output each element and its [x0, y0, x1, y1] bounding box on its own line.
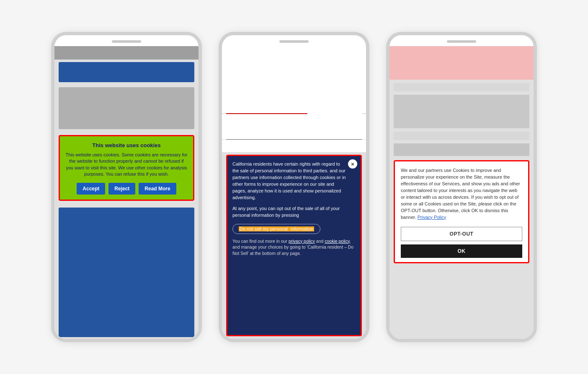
do-not-sell-button[interactable]: Do not sell my personal information — [232, 224, 320, 234]
phone-screen-2: × California residents have certain righ… — [222, 46, 366, 339]
p2-white-small — [222, 140, 366, 152]
phone-speaker-2 — [279, 40, 309, 43]
cookie-banner-green: This website uses cookies This website u… — [59, 135, 194, 201]
phone-speaker-1 — [112, 40, 141, 43]
phone-screen-3: We and our partners use Cookies to impro… — [389, 46, 534, 339]
accept-button[interactable]: Accept — [77, 183, 105, 195]
body-text-1: California residents have certain rights… — [232, 161, 340, 173]
footer-text-1: You can find out more in our — [232, 239, 289, 244]
p3-pink-block — [389, 46, 534, 80]
ok-button[interactable]: OK — [401, 244, 522, 258]
privacy-policy-link[interactable]: privacy policy — [289, 239, 315, 244]
p1-gray-top — [54, 46, 199, 60]
p3-gray4 — [394, 143, 529, 156]
cookie-banner-green-body: This website uses cookies. Some cookies … — [65, 152, 188, 178]
privacy-policy-link-3[interactable]: Privacy Policy — [418, 215, 446, 220]
p2-white-mid — [222, 114, 366, 139]
p3-gray2 — [394, 95, 529, 128]
body-text-3: At any point, you can opt out of the sal… — [232, 205, 356, 219]
phone-screen-1: This website uses cookies This website u… — [54, 46, 199, 339]
p2-white-top — [222, 46, 366, 113]
cookie-policy-link[interactable]: cookie policy — [325, 239, 349, 244]
and-text: and — [315, 239, 325, 244]
p1-gray-mid — [59, 87, 194, 129]
read-more-button[interactable]: Read More — [139, 183, 176, 195]
close-button[interactable]: × — [348, 159, 357, 169]
cookie-banner-green-title: This website uses cookies — [65, 142, 188, 148]
phone-2: × California residents have certain righ… — [219, 32, 369, 342]
cookie-banner-white: We and our partners use Cookies to impro… — [394, 160, 529, 263]
cookie-dark-body1: California residents have certain rights… — [232, 161, 356, 201]
p1-blue-bottom — [59, 208, 194, 337]
cookie-dark-footer: You can find out more in our privacy pol… — [232, 238, 356, 257]
opt-out-button[interactable]: OPT-OUT — [401, 227, 522, 241]
p3-gray1 — [394, 83, 529, 91]
cookie-banner-dark: × California residents have certain righ… — [226, 155, 362, 336]
opt-out-text-1: Do not sell my personal — [239, 226, 290, 231]
opt-out-highlighted: information — [290, 226, 314, 231]
p3-gray3 — [394, 132, 529, 140]
phone-1: This website uses cookies This website u… — [51, 32, 202, 342]
body-text-main: We and our partners use Cookies to impro… — [401, 168, 520, 220]
cookie-white-body: We and our partners use Cookies to impro… — [401, 167, 522, 221]
reject-button[interactable]: Reject — [108, 183, 135, 195]
phone-speaker-3 — [447, 40, 476, 43]
cookie-banner-green-buttons: Accept Reject Read More — [65, 183, 188, 195]
phone-3: We and our partners use Cookies to impro… — [386, 32, 537, 342]
p1-blue-bar — [59, 62, 194, 82]
